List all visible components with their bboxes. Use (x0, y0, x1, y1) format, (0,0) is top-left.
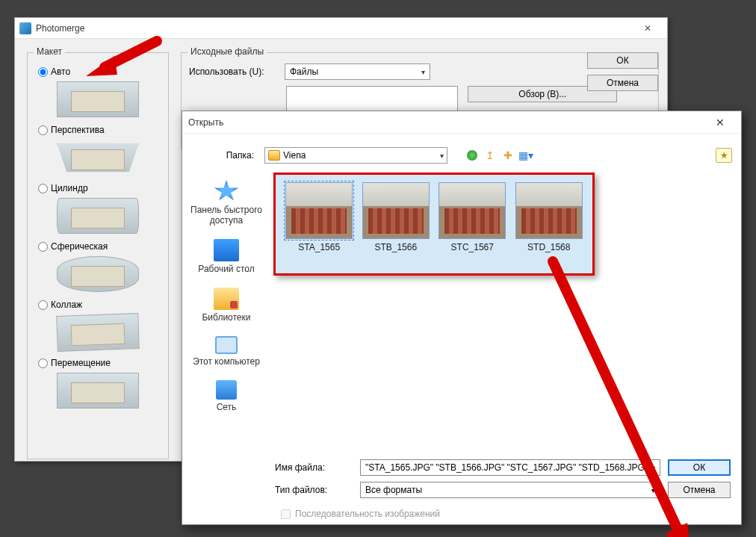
filetype-label: Тип файлов: (193, 485, 353, 495)
photomerge-side-buttons: ОК Отмена (587, 52, 658, 91)
folder-label: Папка: (191, 150, 258, 161)
use-label: Использовать (U): (189, 66, 279, 77)
thumb-cylinder (57, 198, 139, 234)
app-icon (19, 22, 31, 34)
thumb-label: STB_1566 (374, 242, 417, 252)
open-cancel-label: Отмена (683, 485, 715, 495)
use-value: Файлы (290, 66, 318, 77)
chevron-down-icon: ▾ (651, 464, 655, 472)
thumbnail-image (362, 182, 430, 239)
place-this-pc[interactable]: Этот компьютер (193, 336, 260, 367)
place-quick-label: Панель быстрого доступа (182, 205, 270, 226)
pm-cancel-label: Отмена (607, 78, 639, 88)
radio-cylinder-input[interactable] (38, 184, 48, 193)
chevron-down-icon: ▾ (651, 486, 655, 494)
file-thumb[interactable]: STA_1565 (283, 182, 356, 252)
thumbnail-image (515, 182, 583, 239)
radio-spherical[interactable]: Сферическая (38, 241, 161, 252)
folder-value: Viena (283, 150, 306, 161)
open-bottom-panel: Имя файла: "STA_1565.JPG" "STB_1566.JPG"… (182, 453, 741, 530)
pm-ok-label: ОК (616, 55, 628, 66)
new-folder-icon[interactable]: ✚ (501, 149, 515, 162)
open-title: Открыть (188, 117, 705, 128)
radio-perspective-input[interactable] (38, 125, 48, 135)
radio-spherical-label: Сферическая (51, 241, 108, 252)
thumb-label: STC_1567 (451, 242, 494, 252)
filetype-combo[interactable]: Все форматы ▾ (360, 482, 660, 498)
radio-collage[interactable]: Коллаж (38, 299, 161, 310)
filetype-value: Все форматы (365, 485, 422, 495)
place-libraries[interactable]: Библиотеки (202, 288, 250, 323)
desktop-icon (214, 239, 239, 261)
radio-perspective-label: Перспектива (51, 125, 105, 135)
open-cancel-button[interactable]: Отмена (668, 482, 731, 498)
radio-reposition-input[interactable] (38, 358, 48, 368)
sequence-label: Последовательность изображений (295, 509, 440, 519)
network-icon (216, 380, 237, 400)
favorite-icon[interactable]: ★ (716, 148, 732, 163)
file-thumb[interactable]: STB_1566 (360, 182, 433, 252)
close-icon[interactable]: ✕ (705, 111, 735, 133)
sequence-checkbox[interactable] (281, 509, 291, 519)
layout-legend: Макет (34, 46, 65, 57)
open-titlebar[interactable]: Открыть ✕ (182, 111, 741, 134)
file-pane[interactable]: STA_1565 STB_1566 STC_1567 STD_1568 (270, 170, 741, 453)
radio-reposition[interactable]: Перемещение (38, 358, 161, 368)
place-desktop-label: Рабочий стол (198, 264, 254, 274)
radio-collage-input[interactable] (38, 300, 48, 310)
thumb-perspective (57, 140, 139, 176)
radio-collage-label: Коллаж (51, 299, 82, 310)
pm-ok-button[interactable]: ОК (587, 52, 658, 69)
folder-icon (268, 150, 280, 161)
radio-perspective[interactable]: Перспектива (38, 125, 161, 135)
photomerge-titlebar[interactable]: Photomerge ✕ (15, 18, 667, 39)
place-desktop[interactable]: Рабочий стол (198, 239, 254, 274)
thumb-label: STD_1568 (527, 242, 570, 252)
radio-cylinder[interactable]: Цилиндр (38, 183, 161, 193)
open-ok-button[interactable]: ОК (668, 459, 731, 476)
sequence-checkbox-row[interactable]: Последовательность изображений (281, 509, 731, 519)
view-menu-icon[interactable]: ▦▾ (519, 149, 533, 162)
radio-spherical-input[interactable] (38, 242, 48, 252)
filename-value: "STA_1565.JPG" "STB_1566.JPG" "STC_1567.… (365, 462, 648, 473)
photomerge-title: Photomerge (36, 23, 633, 34)
source-legend: Исходные файлы (188, 46, 267, 57)
browse-label: Обзор (B)... (518, 89, 566, 99)
chevron-down-icon: ▾ (421, 68, 425, 76)
back-icon[interactable] (465, 149, 479, 162)
file-thumb[interactable]: STD_1568 (513, 182, 586, 252)
open-ok-label: ОК (693, 462, 705, 473)
thumbnail-image (285, 182, 353, 239)
radio-cylinder-label: Цилиндр (51, 183, 88, 193)
place-network[interactable]: Сеть (216, 380, 237, 412)
libraries-icon (214, 288, 239, 310)
star-icon (214, 180, 239, 202)
radio-auto[interactable]: Авто (38, 66, 161, 77)
open-toolbar: Папка: Viena ▾ ↥ ✚ ▦▾ ★ (182, 134, 741, 170)
place-quick-access[interactable]: Панель быстрого доступа (182, 180, 270, 226)
place-libraries-label: Библиотеки (202, 312, 250, 323)
pm-cancel-button[interactable]: Отмена (587, 75, 658, 91)
folder-combo[interactable]: Viena ▾ (264, 147, 447, 164)
thumb-spherical (57, 256, 139, 292)
pc-icon (215, 336, 238, 354)
radio-auto-label: Авто (51, 66, 70, 77)
radio-reposition-label: Перемещение (51, 358, 111, 368)
places-bar: Панель быстрого доступа Рабочий стол Биб… (182, 170, 270, 453)
chevron-down-icon: ▾ (440, 152, 444, 160)
file-thumb[interactable]: STC_1567 (436, 182, 509, 252)
radio-auto-input[interactable] (38, 67, 48, 77)
close-icon[interactable]: ✕ (633, 18, 663, 38)
thumb-auto (57, 81, 139, 117)
thumbnail-image (439, 182, 506, 239)
up-icon[interactable]: ↥ (483, 149, 497, 162)
use-combo[interactable]: Файлы ▾ (285, 63, 430, 80)
thumb-label: STA_1565 (298, 242, 340, 252)
layout-fieldset: Макет Авто Перспектива Цилиндр Сферическ… (27, 52, 169, 459)
place-net-label: Сеть (217, 402, 237, 412)
filename-combo[interactable]: "STA_1565.JPG" "STB_1566.JPG" "STC_1567.… (360, 459, 660, 476)
annotation-selection-box: STA_1565 STB_1566 STC_1567 STD_1568 (273, 173, 595, 276)
filename-label: Имя файла: (193, 462, 353, 473)
thumb-collage (56, 313, 140, 352)
place-pc-label: Этот компьютер (193, 356, 260, 367)
